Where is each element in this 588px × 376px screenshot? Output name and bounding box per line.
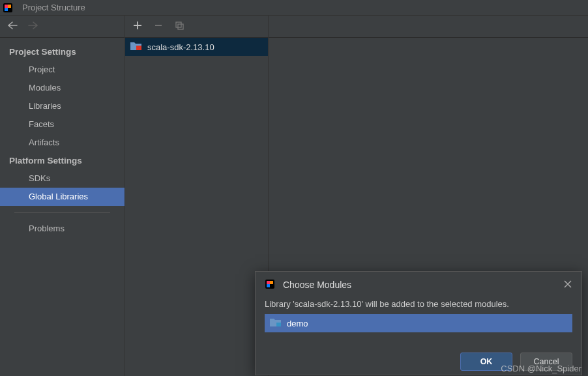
svg-rect-10 [267,284,270,287]
divider [14,212,110,213]
module-folder-icon [270,317,282,329]
svg-rect-5 [178,24,183,29]
sidebar-item-sdks[interactable]: SDKs [0,169,125,188]
dialog-app-icon [265,279,275,291]
library-item-label: scala-sdk-2.13.10 [147,42,214,52]
sidebar-item-global-libraries[interactable]: Global Libraries [0,188,125,206]
title-bar: Project Structure [0,0,588,16]
sidebar-item-modules[interactable]: Modules [0,79,125,97]
dialog-title: Choose Modules [283,280,351,290]
forward-arrow-icon[interactable] [27,21,39,33]
svg-rect-3 [5,8,8,11]
svg-rect-11 [276,323,281,326]
section-header-platform: Platform Settings [0,152,125,169]
ok-button[interactable]: OK [460,353,512,371]
svg-rect-1 [5,5,8,8]
sidebar: Project Settings Project Modules Librari… [0,16,125,376]
module-item[interactable]: demo [265,314,572,332]
svg-rect-8 [267,281,270,284]
sidebar-item-project[interactable]: Project [0,61,125,79]
svg-rect-2 [8,5,11,8]
copy-library-button[interactable] [175,21,184,32]
window-title: Project Structure [22,3,85,12]
close-icon[interactable] [563,278,572,292]
add-library-button[interactable] [133,21,142,32]
svg-rect-4 [176,22,181,27]
svg-rect-9 [270,281,273,284]
app-icon [3,3,13,13]
remove-library-button[interactable] [154,21,163,32]
choose-modules-dialog: Choose Modules Library 'scala-sdk-2.13.1… [255,271,582,375]
svg-rect-6 [136,46,141,50]
module-item-label: demo [287,319,308,328]
scala-folder-icon [130,41,142,53]
sidebar-item-facets[interactable]: Facets [0,115,125,134]
cancel-button[interactable]: Cancel [520,353,572,371]
library-item[interactable]: scala-sdk-2.13.10 [125,38,268,56]
back-arrow-icon[interactable] [7,21,18,33]
dialog-message: Library 'scala-sdk-2.13.10' will be adde… [256,298,581,314]
library-pane: scala-sdk-2.13.10 [125,16,269,376]
sidebar-item-problems[interactable]: Problems [0,220,125,238]
sidebar-item-artifacts[interactable]: Artifacts [0,134,125,152]
section-header-project: Project Settings [0,43,125,61]
library-list: scala-sdk-2.13.10 [125,38,268,56]
module-list: demo [265,314,572,332]
sidebar-item-libraries[interactable]: Libraries [0,97,125,115]
